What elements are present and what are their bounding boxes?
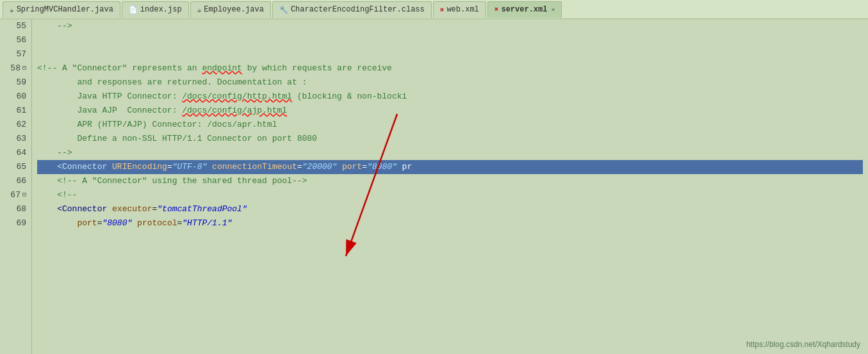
space2 <box>337 160 342 174</box>
code-line-61: Java AJP Connector: /docs/config/ajp.htm… <box>37 104 863 118</box>
indent-64 <box>37 146 57 160</box>
attr-executor-val: "tomcatThreadPool" <box>157 202 247 216</box>
attr-conntimeout-val: "20000" <box>302 160 338 174</box>
code-line-67: <!-- <box>37 188 863 202</box>
comment-63: Define a non-SSL HTTP/1.1 Connector on p… <box>77 132 316 146</box>
attr-protocol-name: protocol <box>137 216 177 230</box>
tag-connector-68: <Connector <box>57 202 112 216</box>
code-line-69: port="8080" protocol="HTTP/1.1" <box>37 216 863 230</box>
code-line-68: <Connector executor="tomcatThreadPool" <box>37 202 863 216</box>
line-num-66: 66 <box>3 174 26 188</box>
comment-55: --> <box>57 19 72 33</box>
space1 <box>207 160 212 174</box>
indent-61 <box>37 104 77 118</box>
attr-protocol-val: "HTTP/1.1" <box>182 216 232 230</box>
tab-icon-jsp: 📄 <box>129 6 138 14</box>
tab-characterencodingfilter[interactable]: 🔧 CharacterEncodingFilter.class <box>272 1 432 18</box>
attr-executor-name: executor <box>112 202 152 216</box>
eq6: = <box>177 216 183 230</box>
code-container: 55 56 57 58⊟ 59 60 61 62 63 64 65 66 67⊟… <box>0 19 868 354</box>
tab-employee-java[interactable]: ☕ Employee.java <box>190 1 271 18</box>
code-line-59: and responses are returned. Documentatio… <box>37 76 863 90</box>
code-line-55: --> <box>37 19 863 33</box>
indent-60 <box>37 90 77 104</box>
code-line-66: <!-- A "Connector" using the shared thre… <box>37 174 863 188</box>
comment-61: Java AJP Connector: /docs/config/ajp.htm… <box>77 104 287 118</box>
space3: pr <box>397 160 412 174</box>
tab-icon-filter: 🔧 <box>279 6 288 14</box>
attr-port-name: port <box>342 160 362 174</box>
comment-58: <!-- A "Connector" represents an endpoin… <box>37 61 392 76</box>
eq3: = <box>362 160 367 174</box>
attr-port2-name: port <box>77 216 97 230</box>
indent-63 <box>37 132 77 146</box>
code-line-65: <Connector URIEncoding="UTF-8" connectio… <box>37 160 863 174</box>
tab-icon-employee: ☕ <box>197 6 202 14</box>
line-num-57: 57 <box>3 47 26 61</box>
watermark: https://blog.csdn.net/Xqhardstudy <box>746 340 860 349</box>
tab-springmvchandler[interactable]: ☕ SpringMVCHandler.java <box>3 1 120 18</box>
line-numbers: 55 56 57 58⊟ 59 60 61 62 63 64 65 66 67⊟… <box>0 19 32 354</box>
indent-68 <box>37 202 57 216</box>
comment-64: --> <box>57 146 72 160</box>
line-num-59: 59 <box>3 76 26 90</box>
tab-icon-serverxml: ✖ <box>495 5 499 13</box>
line-num-61: 61 <box>3 104 26 118</box>
comment-66: <!-- A "Connector" using the shared thre… <box>57 174 307 188</box>
tab-label-springmvchandler: SpringMVCHandler.java <box>17 5 113 14</box>
tab-label-filter: CharacterEncodingFilter.class <box>291 5 425 14</box>
eq2: = <box>297 160 302 174</box>
indent-59 <box>37 76 77 90</box>
code-line-63: Define a non-SSL HTTP/1.1 Connector on p… <box>37 132 863 146</box>
indent-66 <box>37 174 57 188</box>
attr-conntimeout-name: connectionTimeout <box>212 160 297 174</box>
line-num-69: 69 <box>3 216 26 230</box>
comment-59: and responses are returned. Documentatio… <box>77 76 307 90</box>
code-line-58: <!-- A "Connector" represents an endpoin… <box>37 61 863 76</box>
attr-port-val: "8080" <box>367 160 397 174</box>
tab-close-serverxml[interactable]: ✕ <box>551 6 555 13</box>
line-num-58: 58⊟ <box>3 61 26 76</box>
indent-69 <box>37 216 77 230</box>
code-line-64: --> <box>37 146 863 160</box>
space4 <box>132 216 137 230</box>
line-num-55: 55 <box>3 19 26 33</box>
code-line-57 <box>37 47 863 61</box>
tab-icon-webxml: ✖ <box>440 6 445 14</box>
tab-label-index-jsp: index.jsp <box>140 5 182 14</box>
editor-area: 55 56 57 58⊟ 59 60 61 62 63 64 65 66 67⊟… <box>0 19 868 354</box>
line-num-64: 64 <box>3 146 26 160</box>
tab-serverxml[interactable]: ✖ server.xml ✕ <box>487 1 562 18</box>
code-content: --> <!-- A "Connector" represents an end… <box>32 19 868 354</box>
line-num-62: 62 <box>3 118 26 132</box>
code-line-56 <box>37 33 863 47</box>
comment-67: <!-- <box>57 188 77 202</box>
tab-label-webxml: web.xml <box>446 5 479 14</box>
tab-label-serverxml: server.xml <box>501 5 547 14</box>
indent <box>37 19 57 33</box>
code-line-60: Java HTTP Connector: /docs/config/http.h… <box>37 90 863 104</box>
indent-62 <box>37 118 77 132</box>
comment-60: Java HTTP Connector: /docs/config/http.h… <box>77 90 407 104</box>
tab-bar: ☕ SpringMVCHandler.java 📄 index.jsp ☕ Em… <box>0 0 868 19</box>
eq5: = <box>97 216 102 230</box>
line-num-56: 56 <box>3 33 26 47</box>
comment-62: APR (HTTP/AJP) Connector: /docs/apr.html <box>77 118 277 132</box>
eq4: = <box>152 202 157 216</box>
attr-uriencoding-val: "UTF-8" <box>172 160 208 174</box>
tag-connector-65: <Connector <box>57 160 112 174</box>
indent-65 <box>37 160 57 174</box>
tab-webxml[interactable]: ✖ web.xml <box>433 1 486 18</box>
eq1: = <box>167 160 172 174</box>
line-num-63: 63 <box>3 132 26 146</box>
line-num-65: 65 <box>3 160 26 174</box>
attr-uriencoding-name: URIEncoding <box>112 160 167 174</box>
indent-67 <box>37 188 57 202</box>
tab-index-jsp[interactable]: 📄 index.jsp <box>122 1 189 18</box>
line-num-68: 68 <box>3 202 26 216</box>
line-num-67: 67⊟ <box>3 188 26 202</box>
code-line-62: APR (HTTP/AJP) Connector: /docs/apr.html <box>37 118 863 132</box>
attr-port2-val: "8080" <box>102 216 132 230</box>
tab-label-employee: Employee.java <box>204 5 264 14</box>
line-num-60: 60 <box>3 90 26 104</box>
